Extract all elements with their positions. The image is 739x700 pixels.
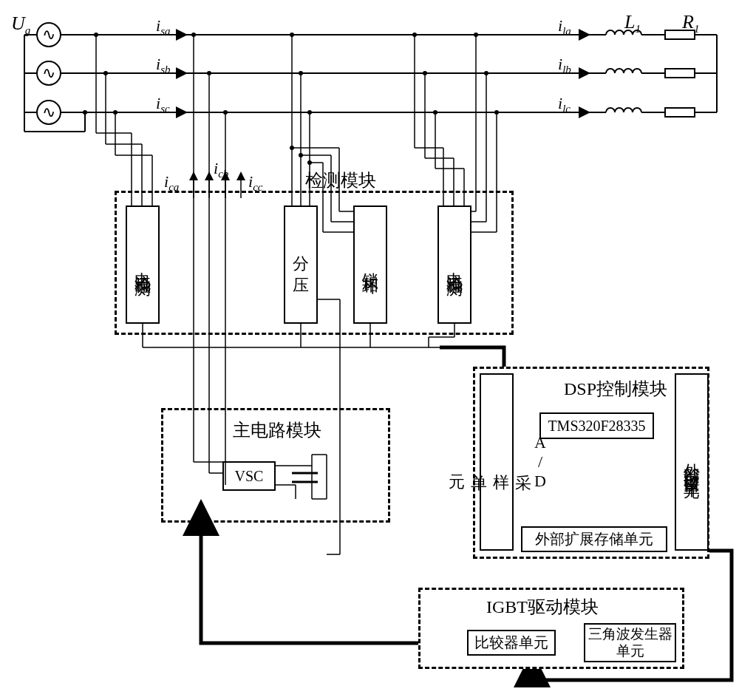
comparator-unit: 比较器单元	[467, 630, 556, 656]
svg-point-33	[191, 33, 196, 37]
label-icb: icb	[214, 159, 228, 180]
detection-module-title: 检测模块	[305, 169, 376, 192]
svg-point-51	[290, 146, 294, 150]
svg-point-86	[113, 110, 118, 115]
label-R1: R1	[682, 11, 699, 35]
ad-sampling-unit: A/DA/D采样单元采样单元	[480, 373, 514, 551]
triangle-generator-unit: 三角波发生器单元	[584, 623, 676, 662]
svg-point-69	[412, 33, 417, 37]
svg-point-49	[299, 71, 303, 75]
svg-point-34	[207, 71, 211, 75]
current-detection-1: 电流检测	[126, 205, 160, 324]
ac-source-b	[36, 61, 61, 86]
svg-point-53	[307, 160, 312, 165]
dsp-chip: TMS320F28335	[539, 412, 654, 439]
label-ilc: ilc	[558, 94, 571, 115]
svg-point-73	[484, 71, 488, 75]
igbt-module-title: IGBT驱动模块	[486, 595, 599, 619]
svg-point-52	[299, 153, 303, 157]
svg-point-71	[433, 110, 437, 115]
vsc: VSC	[222, 461, 276, 491]
pll: 锁相环	[353, 205, 387, 324]
svg-point-48	[290, 33, 294, 37]
svg-point-70	[423, 71, 427, 75]
label-isc: isc	[156, 94, 170, 115]
main-circuit-title: 主电路模块	[233, 418, 321, 442]
svg-point-85	[103, 71, 108, 75]
label-ug: Ug	[11, 13, 30, 37]
svg-point-35	[223, 110, 228, 115]
ext-output-unit: 外部输出接口单元	[675, 373, 709, 551]
label-isa: isa	[156, 16, 170, 38]
dsp-module-title: DSP控制模块	[564, 377, 667, 401]
label-L1: L1	[624, 11, 641, 35]
label-ilb: ilb	[558, 55, 571, 76]
ext-storage-unit: 外部扩展存储单元	[521, 526, 667, 552]
ac-source-c	[36, 100, 61, 125]
svg-point-50	[307, 110, 312, 115]
svg-point-72	[474, 33, 478, 37]
voltage-divider: 分压	[284, 205, 318, 324]
label-isb: isb	[156, 55, 170, 76]
svg-point-74	[494, 110, 499, 115]
ac-source-a	[36, 22, 61, 47]
current-detection-2: 电流检测	[437, 205, 471, 324]
label-ila: ila	[558, 16, 571, 38]
svg-point-84	[94, 33, 98, 37]
svg-point-23	[83, 110, 87, 115]
